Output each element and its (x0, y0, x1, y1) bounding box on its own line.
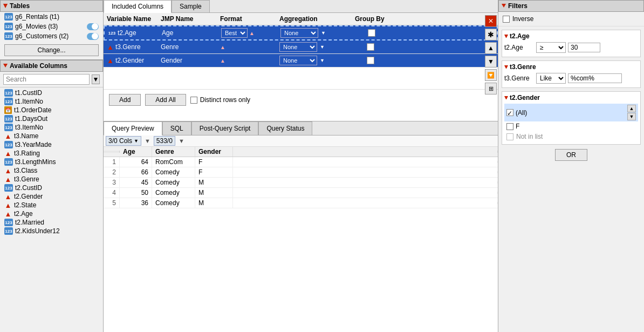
move-up-button[interactable]: ▲ (485, 42, 497, 54)
delete-row-button[interactable]: ✕ (485, 15, 497, 27)
col-item-t2-kidsunder12[interactable]: 123 t2.KidsUnder12 (0, 227, 103, 235)
table-item-customers[interactable]: 123 g6_Customers (t2) (0, 31, 103, 41)
inverse-checkbox[interactable] (503, 16, 510, 23)
cols-dropdown-icon[interactable]: ▼ (134, 138, 139, 144)
filter-op-t3genre[interactable]: Like=Contains (536, 73, 566, 84)
tab-post-query-script[interactable]: Post-Query Script (191, 121, 259, 135)
filter-name-t3genre: t3.Genre (510, 63, 536, 71)
list-scroll-down[interactable]: ▼ (627, 113, 636, 120)
filter-value-t2age[interactable] (568, 43, 600, 52)
col-item-t1-itemno[interactable]: 123 t1.ItemNo (0, 97, 103, 106)
right-buttons: ✕ ✱ ▲ ▼ 🔽 ⊞ (485, 15, 497, 94)
col-item-t3-yearmade[interactable]: 123 t3.YearMade (0, 140, 103, 149)
cell-genre-5: Comedy (152, 198, 195, 208)
tab-included-columns[interactable]: Included Columns (104, 0, 172, 13)
table-toggle-movies[interactable] (87, 23, 99, 30)
inc-col-row-t2age[interactable]: 123 t2.Age Age Best ▲ None ▼ (104, 25, 498, 40)
distinct-rows-checkbox[interactable] (190, 97, 197, 104)
inc-row-agg-select-t2age[interactable]: None (280, 28, 318, 38)
filter-collapse-t2gender[interactable] (504, 96, 508, 100)
not-in-list-label: Not in list (516, 133, 543, 140)
col-item-t2-custid[interactable]: 123 t2.CustID (0, 184, 103, 192)
table-item-rentals[interactable]: 123 g6_Rentals (t1) (0, 12, 103, 22)
inc-row-grpby-t2age[interactable] (368, 29, 375, 37)
inc-row-agg-select-t3genre[interactable]: None (279, 42, 317, 52)
tab-query-status[interactable]: Query Status (258, 121, 312, 135)
cell-rownum-2: 2 (104, 167, 120, 177)
filter-item-f-label: F (516, 123, 519, 130)
query-tabs-row: Query Preview SQL Post-Query Script Quer… (104, 121, 498, 135)
col-item-t1-custid[interactable]: 123 t1.CustID (0, 89, 103, 97)
col-label-t3-name: t3.Name (14, 132, 38, 140)
cols-meta-box: 3/0 Cols ▼ (106, 136, 141, 146)
inc-row-grpby-t3genre[interactable] (367, 43, 374, 51)
inc-col-row-t3genre[interactable]: ▲ t3.Genre Genre ▲ None ▼ (104, 40, 498, 54)
col-header-format: Format (217, 14, 276, 24)
add-all-button[interactable]: Add All (145, 94, 186, 106)
cell-age-5: 36 (120, 198, 152, 208)
filter-op-t2age[interactable]: ≥<≤=> (536, 42, 566, 53)
avail-columns-header: Available Columns (0, 60, 103, 72)
columns-list: 123 t1.CustID 123 t1.ItemNo 📅 t1.OrderDa… (0, 87, 103, 332)
inc-row-format-select-t2age[interactable]: Best (221, 28, 248, 38)
table-toggle-customers[interactable] (87, 33, 99, 40)
search-dropdown-button[interactable]: ▼ (92, 74, 100, 84)
move-down-button[interactable]: ▼ (485, 56, 497, 67)
filter-item-all-checkbox[interactable]: ✓ (506, 109, 513, 116)
col-icon-t1-itemno: 123 (4, 98, 13, 105)
not-in-list-checkbox[interactable] (506, 133, 513, 140)
inverse-label: Inverse (512, 15, 533, 23)
col-label-t2-gender: t2.Gender (14, 193, 43, 200)
search-input[interactable] (3, 74, 90, 85)
avail-collapse-icon[interactable] (3, 64, 8, 68)
filter-collapse-t2age[interactable] (504, 35, 508, 38)
list-scroll-up[interactable]: ▲ (627, 105, 636, 112)
change-button[interactable]: Change... (4, 44, 99, 56)
table-item-movies[interactable]: 123 g6_Movies (t3) (0, 22, 103, 31)
filter-item-f[interactable]: F (504, 121, 638, 131)
tab-sql[interactable]: SQL (162, 121, 191, 135)
col-item-t3-genre[interactable]: ▲ t3.Genre (0, 175, 103, 184)
col-item-t2-married[interactable]: 123 t2.Married (0, 218, 103, 227)
col-icon-t1-orderdate: 📅 (4, 106, 12, 114)
filter-item-f-checkbox[interactable] (506, 123, 513, 130)
col-item-t1-orderdate[interactable]: 📅 t1.OrderDate (0, 106, 103, 114)
tab-query-preview[interactable]: Query Preview (104, 121, 162, 135)
col-item-t3-rating[interactable]: ▲ t3.Rating (0, 149, 103, 158)
filters-collapse-icon[interactable] (502, 4, 506, 8)
filter-button[interactable]: 🔽 (485, 69, 497, 81)
filter-collapse-t3genre[interactable] (504, 65, 508, 69)
col-item-t3-class[interactable]: ▲ t3.Class (0, 166, 103, 175)
tables-title: Tables (10, 2, 30, 10)
filter-block-t2gender: t2.Gender ✓ (All) ▲ ▼ F Not in list (502, 91, 641, 145)
inc-row-grpby-t2gender[interactable] (367, 57, 374, 64)
filter-row-t3genre: t3.Genre Like=Contains (504, 73, 638, 84)
col-item-t3-itemno[interactable]: 123 t3.ItemNo (0, 123, 103, 132)
col-item-t2-gender[interactable]: ▲ t2.Gender (0, 192, 103, 201)
filter-value-t3genre[interactable] (568, 73, 622, 83)
col-item-t2-age[interactable]: ▲ t2.Age (0, 209, 103, 218)
col-icon-t3-itemno: 123 (4, 124, 13, 131)
col-item-t3-name[interactable]: ▲ t3.Name (0, 132, 103, 140)
col-item-t1-daysout[interactable]: 123 t1.DaysOut (0, 114, 103, 123)
filter-item-all[interactable]: ✓ (All) ▲ ▼ (504, 104, 638, 121)
col-item-t3-lengthmins[interactable]: 123 t3.LengthMins (0, 158, 103, 166)
filter-list-t2gender[interactable]: ✓ (All) ▲ ▼ F (504, 104, 638, 131)
filter-item-all-label: (All) (516, 109, 527, 117)
distinct-rows-label: Distinct rows only (190, 96, 250, 104)
grid-button[interactable]: ⊞ (485, 83, 497, 94)
inc-row-agg-select-t2gender[interactable]: None (279, 56, 317, 65)
tab-sample[interactable]: Sample (172, 0, 210, 12)
filter-block-header-t2age: t2.Age (504, 32, 638, 40)
tables-collapse-icon[interactable] (3, 4, 8, 8)
filter-row-t2age: t2.Age ≥<≤=> (504, 42, 638, 53)
clear-all-button[interactable]: ✱ (485, 29, 497, 40)
col-item-t2-state[interactable]: ▲ t2.State (0, 201, 103, 209)
inc-col-row-t2gender[interactable]: ▲ t2.Gender Gender ▲ None ▼ (104, 54, 498, 67)
or-button[interactable]: OR (555, 149, 587, 161)
inc-row-icon-t2age: 123 (108, 30, 116, 37)
data-scroll[interactable]: 1 64 RomCom F 2 66 Comedy F 3 45 Comedy (104, 157, 498, 332)
col-icon-t1-custid: 123 (4, 89, 13, 97)
add-button[interactable]: Add (109, 94, 141, 106)
filter-name-t2age: t2.Age (510, 32, 530, 40)
